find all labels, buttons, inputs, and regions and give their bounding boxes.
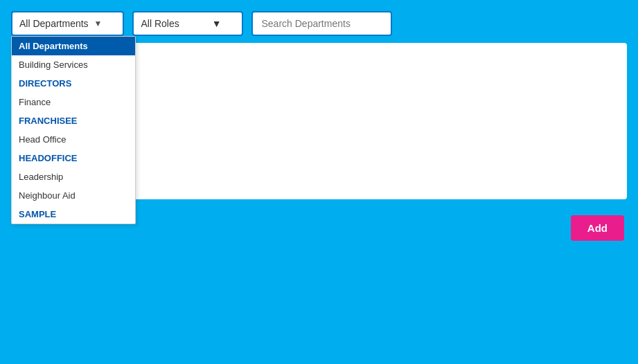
roles-dropdown-wrapper: All Roles ▼ — [132, 11, 243, 36]
departments-dropdown-button[interactable]: All Departments ▼ — [11, 11, 124, 36]
dept-dropdown-item-1[interactable]: Building Services — [12, 55, 135, 74]
dept-dropdown-item-4[interactable]: FRANCHISEE — [12, 111, 135, 130]
departments-dropdown-wrapper: All Departments ▼ All DepartmentsBuildin… — [11, 11, 124, 36]
roles-dropdown-label: All Roles — [141, 18, 179, 29]
departments-dropdown-list: All DepartmentsBuilding ServicesDIRECTOR… — [11, 36, 136, 224]
departments-dropdown-arrow: ▼ — [94, 19, 103, 28]
dept-dropdown-item-5[interactable]: Head Office — [12, 130, 135, 149]
dept-dropdown-item-9[interactable]: SAMPLE — [12, 205, 135, 224]
dept-dropdown-item-6[interactable]: HEADOFFICE — [12, 149, 135, 167]
dept-dropdown-item-3[interactable]: Finance — [12, 93, 135, 111]
add-button[interactable]: Add — [571, 215, 624, 241]
dept-dropdown-item-8[interactable]: Neighbour Aid — [12, 186, 135, 205]
roles-dropdown-button[interactable]: All Roles ▼ — [132, 11, 243, 36]
search-input[interactable] — [251, 11, 392, 36]
dept-dropdown-item-0[interactable]: All Departments — [12, 37, 135, 55]
dept-dropdown-item-2[interactable]: DIRECTORS — [12, 74, 135, 93]
dept-dropdown-item-7[interactable]: Leadership — [12, 167, 135, 186]
roles-dropdown-arrow: ▼ — [212, 18, 222, 29]
departments-dropdown-label: All Departments — [19, 18, 89, 29]
top-bar: All Departments ▼ All DepartmentsBuildin… — [0, 0, 638, 43]
